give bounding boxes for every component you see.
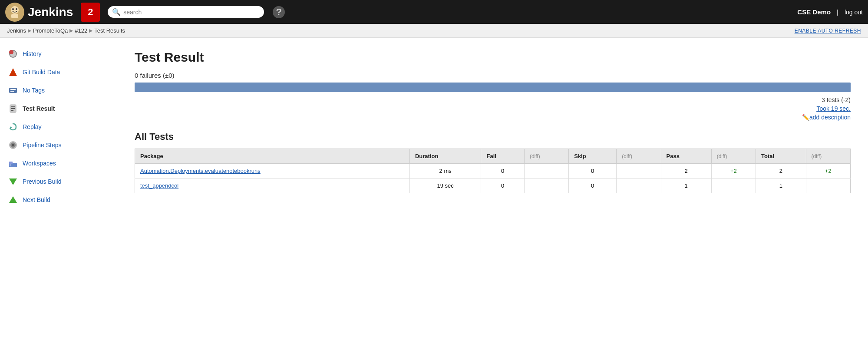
sidebar-history-label: History [23, 50, 42, 57]
pass-cell: 1 [661, 178, 711, 193]
col-header-fail-diff: (diff) [524, 149, 568, 164]
col-header-fail: Fail [481, 149, 524, 164]
sidebar-pipeline-label: Pipeline Steps [23, 142, 62, 149]
sidebar-item-test-result[interactable]: Test Result [0, 99, 117, 118]
svg-rect-15 [11, 110, 13, 111]
duration-cell: 2 ms [409, 164, 481, 178]
svg-marker-16 [10, 126, 12, 129]
replay-icon [8, 122, 18, 132]
breadcrumb-left: Jenkins ▶ PromoteToQa ▶ #122 ▶ Test Resu… [7, 27, 125, 34]
breadcrumb-sep-3: ▶ [89, 28, 92, 33]
col-header-total-diff: (diff) [806, 149, 850, 164]
svg-point-19 [12, 144, 14, 146]
pkg-cell[interactable]: test_appendcol [135, 178, 410, 193]
sidebar-workspaces-label: Workspaces [23, 160, 56, 167]
search-input[interactable] [123, 9, 260, 16]
pass-diff-cell: +2 [711, 164, 756, 178]
next-build-icon [8, 195, 18, 205]
total-cell: 2 [756, 164, 806, 178]
search-container: 🔍 [108, 6, 264, 18]
sidebar-item-previous-build[interactable]: Previous Build [0, 172, 117, 191]
header: Jenkins 2 🔍 ? CSE Demo | log out [0, 0, 868, 24]
pkg-link[interactable]: test_appendcol [140, 182, 178, 189]
sidebar-git-label: Git Build Data [23, 69, 60, 76]
pkg-link[interactable]: Automation.Deployments.evaluatenotebookr… [140, 168, 261, 174]
user-area: CSE Demo | log out [797, 8, 863, 16]
sidebar-test-result-label: Test Result [23, 105, 55, 112]
total-diff-cell [806, 178, 850, 193]
svg-rect-21 [9, 162, 13, 164]
help-icon[interactable]: ? [273, 6, 285, 18]
took-link[interactable]: Took 19 sec. [135, 105, 851, 112]
git-build-icon [8, 67, 18, 77]
sidebar-item-git-build-data[interactable]: Git Build Data [0, 63, 117, 81]
total-diff-cell: +2 [806, 164, 850, 178]
pipeline-steps-icon [8, 140, 18, 150]
breadcrumb-jenkins[interactable]: Jenkins [7, 27, 26, 34]
test-result-icon [8, 103, 18, 114]
jenkins-logo-icon [5, 3, 24, 22]
sidebar-item-no-tags[interactable]: No Tags [0, 81, 117, 99]
skip-cell: 0 [569, 178, 617, 193]
svg-point-7 [9, 50, 13, 54]
logout-link[interactable]: log out [845, 9, 863, 16]
pkg-cell[interactable]: Automation.Deployments.evaluatenotebookr… [135, 164, 410, 178]
fail-cell: 0 [481, 164, 524, 178]
history-icon [8, 49, 18, 59]
add-description-row[interactable]: ✏️add description [135, 114, 851, 121]
pass-cell: 2 [661, 164, 711, 178]
divider: | [837, 8, 838, 16]
layout: History Git Build Data No Tags Test Resu… [0, 38, 868, 346]
main-content: Test Result 0 failures (±0) 3 tests (-2)… [117, 38, 868, 346]
sidebar-next-label: Next Build [23, 196, 50, 203]
no-tags-icon [8, 85, 18, 96]
total-cell: 1 [756, 178, 806, 193]
stats-row: 3 tests (-2) [135, 96, 851, 103]
breadcrumb-test-results: Test Results [94, 27, 125, 34]
previous-build-icon [8, 176, 18, 187]
sidebar-item-next-build[interactable]: Next Build [0, 191, 117, 209]
logo-area: Jenkins [5, 3, 73, 22]
notification-badge[interactable]: 2 [81, 3, 100, 22]
duration-cell: 19 sec [409, 178, 481, 193]
breadcrumb-promote-to-qa[interactable]: PromoteToQa [33, 27, 68, 34]
skip-diff-cell [617, 164, 661, 178]
col-header-pass-diff: (diff) [711, 149, 756, 164]
sidebar-item-replay[interactable]: Replay [0, 118, 117, 136]
svg-rect-14 [11, 108, 15, 109]
svg-point-3 [12, 8, 14, 10]
svg-marker-24 [9, 196, 17, 203]
all-tests-title: All Tests [135, 131, 851, 142]
svg-rect-22 [10, 164, 11, 166]
sidebar-no-tags-label: No Tags [23, 87, 45, 94]
breadcrumb-sep-2: ▶ [69, 28, 73, 33]
auto-refresh-link[interactable]: ENABLE AUTO REFRESH [795, 28, 861, 34]
svg-point-1 [11, 6, 19, 14]
col-header-skip-diff: (diff) [617, 149, 661, 164]
col-header-package: Package [135, 149, 410, 164]
sidebar-previous-label: Previous Build [23, 178, 62, 185]
col-header-pass: Pass [661, 149, 711, 164]
search-icon: 🔍 [112, 8, 121, 16]
jenkins-title: Jenkins [28, 5, 73, 19]
failures-text: 0 failures (±0) [135, 72, 851, 79]
sidebar-item-workspaces[interactable]: Workspaces [0, 154, 117, 172]
col-header-skip: Skip [569, 149, 617, 164]
sidebar-item-pipeline-steps[interactable]: Pipeline Steps [0, 136, 117, 154]
svg-rect-9 [9, 88, 17, 93]
svg-rect-2 [11, 14, 18, 18]
fail-cell: 0 [481, 178, 524, 193]
fail-diff-cell [524, 164, 568, 178]
skip-cell: 0 [569, 164, 617, 178]
svg-rect-13 [11, 106, 15, 107]
table-row: test_appendcol 19 sec 0 0 1 1 [135, 178, 851, 193]
pass-diff-cell [711, 178, 756, 193]
sidebar: History Git Build Data No Tags Test Resu… [0, 38, 117, 346]
sidebar-item-history[interactable]: History [0, 45, 117, 63]
breadcrumb: Jenkins ▶ PromoteToQa ▶ #122 ▶ Test Resu… [0, 24, 868, 38]
breadcrumb-build-number[interactable]: #122 [75, 27, 87, 34]
svg-rect-10 [10, 89, 16, 90]
breadcrumb-sep-1: ▶ [28, 28, 31, 33]
col-header-duration: Duration [409, 149, 481, 164]
page-title: Test Result [135, 50, 851, 65]
